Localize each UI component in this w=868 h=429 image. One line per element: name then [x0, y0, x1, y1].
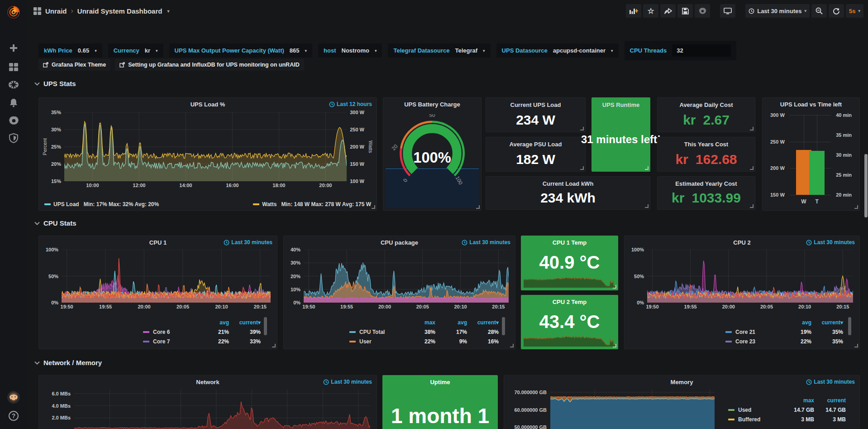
refresh-interval-picker[interactable]: 5s ▾ [846, 4, 863, 18]
dashboard-link-setting-up-grafana-and-influxdb-for-ups-monitoring-on-unraid[interactable]: Setting up Grafana and InfluxDB for UPS … [115, 59, 304, 71]
variable-cpu-threads[interactable]: CPU Threads32 [625, 41, 737, 60]
refresh-button[interactable] [829, 4, 844, 18]
panel-time-range[interactable]: Last 30 minutes [806, 379, 855, 385]
variable-value[interactable]: 865 [290, 47, 300, 54]
bar-t[interactable] [809, 151, 825, 195]
panel-title[interactable]: Average PSU Load [486, 141, 585, 148]
section-ups-stats[interactable]: UPS Stats [34, 80, 76, 87]
time-range-picker[interactable]: Last 30 minutes ▾ [745, 4, 810, 18]
legend-item-buffered[interactable]: Buffered [728, 416, 782, 423]
variable-label: host [324, 47, 336, 54]
add-panel-button[interactable] [626, 4, 641, 18]
chevron-down-icon: ▾ [375, 48, 377, 53]
panel-time-range[interactable]: Last 30 minutes [224, 239, 272, 246]
panel-title[interactable]: UPS Load vs Time left [763, 101, 859, 108]
clock-icon [806, 379, 812, 385]
apps-grid-icon[interactable] [33, 7, 41, 15]
legend-item-cpu-total[interactable]: CPU Total [349, 329, 404, 335]
panel-title[interactable]: CPU 2 Temp [521, 299, 618, 305]
legend-item-ups-load[interactable]: UPS LoadMin: 17% Max: 32% Avg: 20% [44, 201, 159, 207]
panel-title[interactable]: Current UPS Load [486, 101, 585, 108]
alerting-bell-icon[interactable] [8, 97, 19, 109]
dashboard-link-grafana-plex-theme[interactable]: Grafana Plex Theme [38, 59, 110, 71]
legend-header-current[interactable]: current▾ [467, 319, 499, 326]
help-icon[interactable]: ? [8, 410, 19, 422]
bar-chart[interactable]: WT [790, 115, 831, 195]
ups-load-chart[interactable]: 10:0012:0014:0016:0018:0020:00 [64, 112, 347, 181]
page-scrollbar-thumb[interactable] [864, 154, 868, 217]
dashboard-settings-button[interactable] [695, 4, 710, 18]
variable-currency[interactable]: Currencykr▾ [108, 43, 163, 58]
grafana-logo-icon[interactable] [6, 5, 21, 20]
variable-input[interactable]: 32 [672, 44, 731, 57]
dashboard-dropdown-caret[interactable]: ▾ [167, 9, 169, 14]
star-button[interactable]: ☆ [643, 4, 658, 18]
legend-header-current[interactable]: current [814, 397, 846, 404]
panel-time-range[interactable]: Last 30 minutes [806, 239, 855, 246]
legend-header-avg[interactable]: avg [435, 319, 467, 326]
breadcrumb-dashboard[interactable]: Unraid System Dashboard [77, 7, 162, 15]
variable-kwh-price[interactable]: kWh Price0.65▾ [38, 43, 102, 58]
stat-value: 31 minutes left! [592, 111, 650, 168]
legend-header-current[interactable]: current▾ [229, 319, 261, 326]
create-plus-icon[interactable] [8, 42, 19, 54]
legend-scrollbar[interactable] [502, 317, 505, 335]
panel-time-range[interactable]: Last 12 hours [329, 101, 372, 107]
cpu1-chart[interactable]: 19:5019:5520:0020:0520:1020:15 [62, 250, 271, 303]
panel-title[interactable]: UPS Runtime [592, 101, 650, 108]
legend-item-watts[interactable]: WattsMin: 148 W Max: 278 W Avg: 175 W [253, 201, 371, 207]
user-avatar[interactable] [7, 391, 20, 404]
server-admin-shield-icon[interactable] [8, 132, 19, 144]
memory-chart[interactable] [550, 389, 715, 429]
legend-header-max[interactable]: max [404, 319, 435, 326]
variable-value[interactable]: 0.65 [78, 47, 89, 54]
legend-scrollbar[interactable] [848, 317, 851, 335]
variable-value[interactable]: kr [145, 47, 150, 54]
legend-item-user[interactable]: User [349, 338, 404, 345]
kiosk-mode-button[interactable] [720, 4, 735, 18]
legend-value: 22% [404, 338, 435, 345]
legend-series-name: Core 21 [735, 329, 755, 335]
variable-value[interactable]: apcupsd-container [553, 47, 606, 54]
legend-item-core-7[interactable]: Core 7 [143, 338, 197, 345]
variable-ups-max-output-power-capacity-watt[interactable]: UPS Max Output Power Capacity (Watt)865▾ [169, 43, 312, 58]
legend-header-avg[interactable]: avg [780, 319, 811, 326]
panel-title[interactable]: Current Load kWh [486, 180, 650, 187]
legend-header-avg[interactable]: avg [197, 319, 229, 326]
section-cpu-stats[interactable]: CPU Stats [34, 219, 76, 227]
legend-item-core-6[interactable]: Core 6 [143, 329, 197, 335]
variable-ups-datasource[interactable]: UPS Datasourceapcupsd-container▾ [496, 43, 619, 58]
panel-title[interactable]: Average Daily Cost [658, 101, 755, 108]
variable-telegraf-datasource[interactable]: Telegraf DatasourceTelegraf▾ [388, 43, 490, 58]
legend-header-max[interactable]: max [782, 397, 814, 404]
legend-scrollbar[interactable] [264, 317, 267, 335]
battery-gauge[interactable]: 02050100100% [383, 114, 481, 186]
panel-time-range[interactable]: Last 30 minutes [323, 379, 372, 385]
variable-host[interactable]: hostNostromo▾ [318, 43, 382, 58]
share-button[interactable] [660, 4, 676, 18]
configuration-gear-icon[interactable] [8, 115, 19, 126]
save-button[interactable] [677, 4, 693, 18]
section-network-memory[interactable]: Network / Memory [34, 359, 102, 366]
legend-item-used[interactable]: Used [728, 407, 782, 413]
dashboards-icon[interactable] [8, 61, 19, 73]
panel-title[interactable]: Uptime [383, 379, 497, 386]
panel-title[interactable]: CPU 1 Temp [521, 239, 618, 246]
legend-item-core-23[interactable]: Core 23 [725, 338, 780, 345]
cpu-package-chart[interactable]: 19:5019:5520:0020:0520:1020:15 [304, 250, 509, 303]
panel-time-range[interactable]: Last 30 minutes [462, 239, 510, 246]
variable-value[interactable]: Nostromo [342, 47, 369, 54]
panel-title[interactable]: UPS Load % [39, 101, 377, 108]
panel-title[interactable]: This Years Cost [658, 141, 755, 148]
breadcrumb-folder[interactable]: Unraid [45, 7, 67, 15]
zoom-out-button[interactable] [811, 4, 827, 18]
legend-item-core-21[interactable]: Core 21 [725, 329, 780, 335]
explore-compass-icon[interactable] [8, 79, 19, 91]
axis-tick: 20:05 [176, 304, 189, 309]
variable-value[interactable]: Telegraf [455, 47, 477, 54]
legend-header-current[interactable]: current▾ [811, 319, 843, 326]
panel-title[interactable]: UPS Battery Charge [383, 101, 481, 108]
cpu2-chart[interactable]: 19:5019:5520:0020:0520:1020:15 [647, 250, 853, 303]
panel-title[interactable]: Estimated Yearly Cost [658, 180, 755, 187]
network-chart[interactable] [74, 389, 370, 429]
